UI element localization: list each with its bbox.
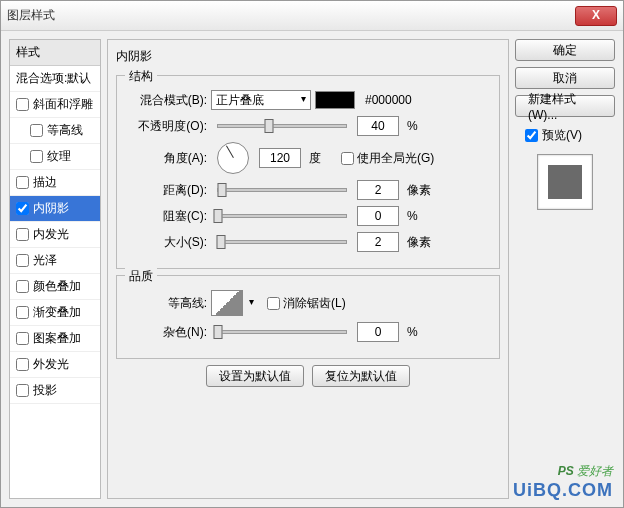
set-default-button[interactable]: 设置为默认值 <box>206 365 304 387</box>
sidebar-label-7: 颜色叠加 <box>33 278 81 295</box>
reset-default-button[interactable]: 复位为默认值 <box>312 365 410 387</box>
sidebar-item-7[interactable]: 颜色叠加 <box>10 274 100 300</box>
right-panel: 确定 取消 新建样式(W)... 预览(V) <box>515 39 615 499</box>
panel-title: 内阴影 <box>116 49 152 63</box>
title-bar: 图层样式 X <box>1 1 623 31</box>
sidebar-checkbox-5[interactable] <box>16 228 29 241</box>
noise-unit: % <box>407 325 435 339</box>
distance-label: 距离(D): <box>127 182 207 199</box>
sidebar-checkbox-2[interactable] <box>30 150 43 163</box>
sidebar-checkbox-0[interactable] <box>16 98 29 111</box>
opacity-input[interactable]: 40 <box>357 116 399 136</box>
sidebar-checkbox-6[interactable] <box>16 254 29 267</box>
angle-label: 角度(A): <box>127 150 207 167</box>
global-light-checkbox[interactable]: 使用全局光(G) <box>341 150 434 167</box>
quality-title: 品质 <box>125 268 157 285</box>
sidebar-item-5[interactable]: 内发光 <box>10 222 100 248</box>
choke-input[interactable]: 0 <box>357 206 399 226</box>
ok-button[interactable]: 确定 <box>515 39 615 61</box>
sidebar-item-9[interactable]: 图案叠加 <box>10 326 100 352</box>
size-label: 大小(S): <box>127 234 207 251</box>
sidebar-item-11[interactable]: 投影 <box>10 378 100 404</box>
global-light-box[interactable] <box>341 152 354 165</box>
noise-slider[interactable] <box>217 330 347 334</box>
sidebar-label-4: 内阴影 <box>33 200 69 217</box>
antialias-box[interactable] <box>267 297 280 310</box>
sidebar-checkbox-3[interactable] <box>16 176 29 189</box>
color-swatch[interactable] <box>315 91 355 109</box>
blend-options-default[interactable]: 混合选项:默认 <box>10 66 100 92</box>
sidebar-item-2[interactable]: 纹理 <box>10 144 100 170</box>
sidebar-item-8[interactable]: 渐变叠加 <box>10 300 100 326</box>
sidebar-checkbox-4[interactable] <box>16 202 29 215</box>
cancel-button[interactable]: 取消 <box>515 67 615 89</box>
noise-label: 杂色(N): <box>127 324 207 341</box>
quality-group: 品质 等高线: 消除锯齿(L) 杂色(N): 0 % <box>116 275 500 359</box>
sidebar-label-11: 投影 <box>33 382 57 399</box>
distance-input[interactable]: 2 <box>357 180 399 200</box>
sidebar-label-5: 内发光 <box>33 226 69 243</box>
sidebar-item-4[interactable]: 内阴影 <box>10 196 100 222</box>
sidebar-label-6: 光泽 <box>33 252 57 269</box>
blend-mode-select[interactable]: 正片叠底 <box>211 90 311 110</box>
structure-group: 结构 混合模式(B): 正片叠底 #000000 不透明度(O): 40 % 角… <box>116 75 500 269</box>
sidebar-item-6[interactable]: 光泽 <box>10 248 100 274</box>
preview-checkbox[interactable]: 预览(V) <box>525 127 615 144</box>
distance-slider[interactable] <box>217 188 347 192</box>
sidebar-label-9: 图案叠加 <box>33 330 81 347</box>
preview-swatch <box>537 154 593 210</box>
main-panel: 内阴影 结构 混合模式(B): 正片叠底 #000000 不透明度(O): 40… <box>107 39 509 499</box>
sidebar-label-0: 斜面和浮雕 <box>33 96 93 113</box>
preview-box-check[interactable] <box>525 129 538 142</box>
sidebar-checkbox-8[interactable] <box>16 306 29 319</box>
sidebar-checkbox-11[interactable] <box>16 384 29 397</box>
sidebar-checkbox-9[interactable] <box>16 332 29 345</box>
sidebar-item-10[interactable]: 外发光 <box>10 352 100 378</box>
contour-label: 等高线: <box>127 295 207 312</box>
antialias-checkbox[interactable]: 消除锯齿(L) <box>267 295 346 312</box>
angle-unit: 度 <box>309 150 337 167</box>
new-style-button[interactable]: 新建样式(W)... <box>515 95 615 117</box>
styles-list: 样式 混合选项:默认 斜面和浮雕等高线纹理描边内阴影内发光光泽颜色叠加渐变叠加图… <box>9 39 101 499</box>
color-hex: #000000 <box>365 93 412 107</box>
sidebar-checkbox-10[interactable] <box>16 358 29 371</box>
choke-label: 阻塞(C): <box>127 208 207 225</box>
preview-inner <box>548 165 582 199</box>
noise-input[interactable]: 0 <box>357 322 399 342</box>
angle-input[interactable]: 120 <box>259 148 301 168</box>
distance-unit: 像素 <box>407 182 435 199</box>
sidebar-item-3[interactable]: 描边 <box>10 170 100 196</box>
choke-unit: % <box>407 209 435 223</box>
sidebar-checkbox-7[interactable] <box>16 280 29 293</box>
window-title: 图层样式 <box>7 7 575 24</box>
sidebar-label-8: 渐变叠加 <box>33 304 81 321</box>
styles-header: 样式 <box>10 40 100 66</box>
sidebar-item-0[interactable]: 斜面和浮雕 <box>10 92 100 118</box>
sidebar-item-1[interactable]: 等高线 <box>10 118 100 144</box>
structure-title: 结构 <box>125 68 157 85</box>
sidebar-label-3: 描边 <box>33 174 57 191</box>
opacity-label: 不透明度(O): <box>127 118 207 135</box>
sidebar-label-10: 外发光 <box>33 356 69 373</box>
close-button[interactable]: X <box>575 6 617 26</box>
size-unit: 像素 <box>407 234 435 251</box>
sidebar-label-1: 等高线 <box>47 122 83 139</box>
blend-mode-label: 混合模式(B): <box>127 92 207 109</box>
size-slider[interactable] <box>217 240 347 244</box>
sidebar-label-2: 纹理 <box>47 148 71 165</box>
opacity-slider[interactable] <box>217 124 347 128</box>
size-input[interactable]: 2 <box>357 232 399 252</box>
opacity-unit: % <box>407 119 435 133</box>
angle-dial[interactable] <box>217 142 249 174</box>
sidebar-checkbox-1[interactable] <box>30 124 43 137</box>
choke-slider[interactable] <box>217 214 347 218</box>
contour-picker[interactable] <box>211 290 243 316</box>
